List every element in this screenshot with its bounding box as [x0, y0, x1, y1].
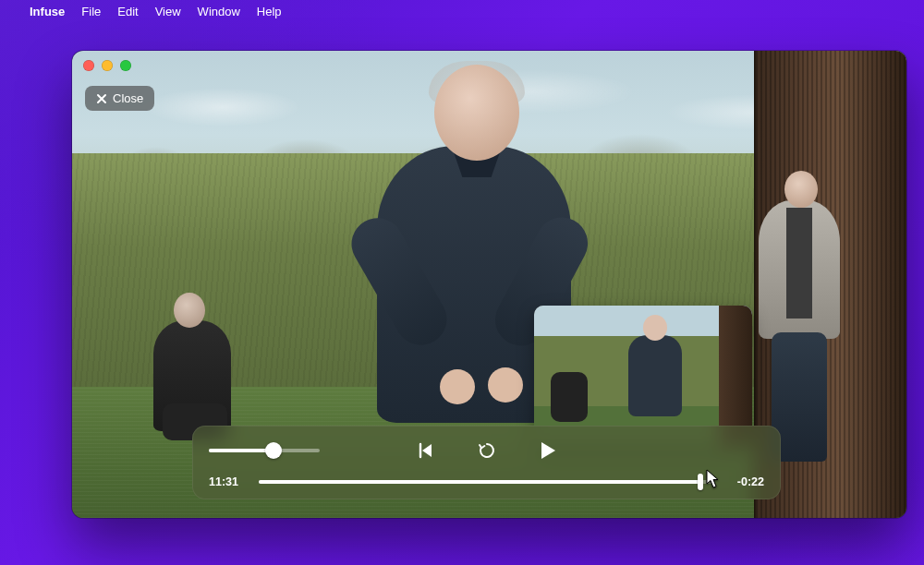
play-icon — [539, 440, 557, 461]
replay-button[interactable] — [476, 439, 498, 462]
scene-person-standing — [749, 171, 851, 466]
transport-controls — [334, 439, 639, 462]
volume-thumb[interactable] — [265, 442, 282, 459]
skip-back-icon — [417, 441, 435, 460]
menu-view[interactable]: View — [155, 5, 181, 18]
menu-edit[interactable]: Edit — [117, 5, 138, 18]
menu-window[interactable]: Window — [198, 5, 240, 18]
progress-bar[interactable] — [259, 480, 714, 484]
remaining-time: -0:22 — [727, 475, 764, 488]
player-window: Close 11:31 — [72, 51, 906, 518]
elapsed-time: 11:31 — [209, 475, 246, 488]
window-traffic-lights — [83, 60, 131, 71]
scene-person-seated — [137, 293, 248, 440]
window-close-button[interactable] — [83, 60, 94, 71]
desktop: Infuse File Edit View Window Help — [0, 0, 924, 565]
close-icon — [96, 93, 107, 104]
replay-icon — [477, 440, 497, 461]
mouse-cursor — [706, 469, 721, 489]
close-button-label: Close — [113, 91, 143, 105]
app-menu[interactable]: Infuse — [30, 5, 65, 18]
window-minimize-button[interactable] — [102, 60, 113, 71]
menu-file[interactable]: File — [81, 5, 101, 18]
play-button[interactable] — [537, 439, 559, 462]
close-button[interactable]: Close — [85, 86, 154, 111]
progress-handle[interactable] — [698, 474, 703, 490]
skip-back-button[interactable] — [415, 439, 437, 462]
menubar: Infuse File Edit View Window Help — [0, 0, 924, 22]
volume-slider[interactable] — [209, 449, 334, 452]
window-zoom-button[interactable] — [120, 60, 131, 71]
menu-help[interactable]: Help — [257, 5, 282, 18]
playback-controls: 11:31 -0:22 — [192, 426, 781, 499]
